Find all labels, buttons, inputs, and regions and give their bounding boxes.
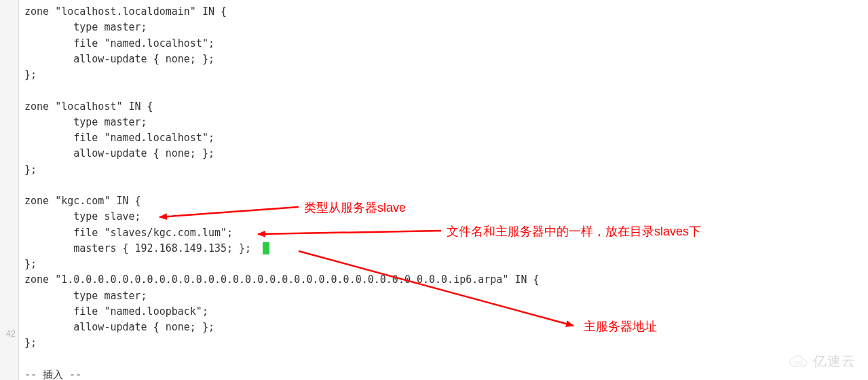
svg-point-0 [795,361,797,364]
annotation-masters: 主服务器地址 [584,318,657,337]
annotation-file-slaves: 文件名和主服务器中的一样，放在目录slaves下 [447,223,701,242]
line-number-gutter: 42 [0,0,19,380]
annotation-type-slave: 类型从服务器slave [304,199,406,218]
config-code-block: zone "localhost.localdomain" IN { type m… [24,4,540,380]
line-number: 42 [6,328,16,341]
watermark: 亿速云 [789,351,856,372]
cloud-icon [789,354,809,369]
text-cursor [263,242,269,254]
config-code: zone "localhost.localdomain" IN { type m… [24,5,540,380]
watermark-text: 亿速云 [813,351,856,372]
